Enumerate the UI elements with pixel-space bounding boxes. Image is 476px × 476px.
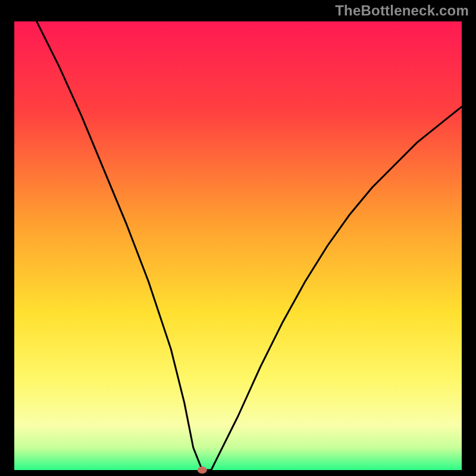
- bottleneck-chart: [0, 0, 476, 476]
- target-marker: [198, 466, 207, 474]
- gradient-background: [14, 21, 462, 470]
- watermark-label: TheBottleneck.com: [335, 2, 469, 19]
- chart-frame: TheBottleneck.com: [0, 0, 476, 476]
